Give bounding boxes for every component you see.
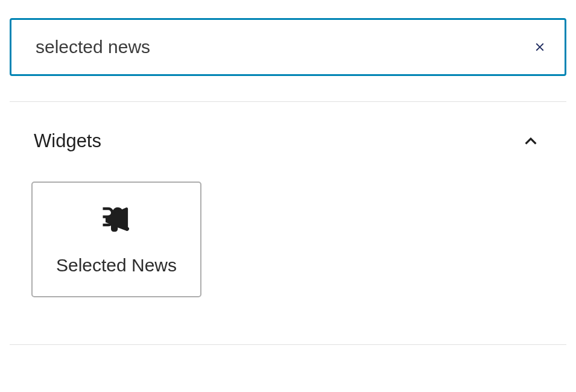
section-title: Widgets: [34, 130, 101, 152]
clear-search-button[interactable]: [515, 28, 565, 66]
block-inserter-panel: Widgets Selected News: [0, 0, 576, 345]
chevron-up-icon: [519, 130, 542, 153]
widget-icon-wrapper: [100, 203, 133, 236]
widget-label: Selected News: [56, 255, 177, 276]
widgets-grid: Selected News: [10, 153, 566, 297]
search-wrapper: [10, 18, 566, 76]
widgets-section-header[interactable]: Widgets: [10, 102, 566, 153]
divider: [10, 344, 566, 345]
search-input[interactable]: [11, 20, 515, 74]
megaphone-icon: [100, 203, 133, 236]
close-icon: [533, 40, 546, 54]
widget-selected-news[interactable]: Selected News: [31, 182, 201, 297]
